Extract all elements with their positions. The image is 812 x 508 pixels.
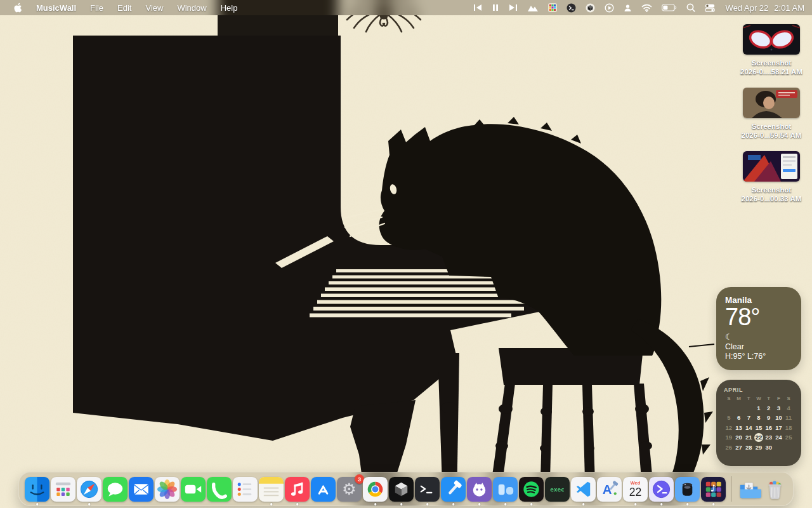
- running-indicator: [88, 503, 91, 505]
- clock-date: Wed Apr 22: [726, 3, 769, 13]
- dock-item-finder[interactable]: [25, 477, 49, 502]
- calendar-day: 12: [724, 424, 734, 432]
- spotify-icon: [519, 477, 544, 502]
- calendar-day: 26: [724, 443, 734, 452]
- homepod-app-icon: [675, 477, 700, 502]
- weather-widget[interactable]: Manila 78° ☾ Clear H:95° L:76°: [716, 287, 801, 370]
- skip-forward-icon[interactable]: [506, 0, 520, 15]
- running-indicator: [36, 503, 39, 505]
- file-thumbnail: [743, 24, 800, 55]
- calendar-day: 3: [774, 404, 784, 413]
- mail-icon: [129, 477, 154, 502]
- wifi-icon[interactable]: [639, 0, 655, 15]
- chrome-icon: [363, 477, 388, 502]
- running-indicator: [426, 503, 429, 505]
- dock-item-spotify[interactable]: [519, 477, 544, 502]
- dock-item-phone[interactable]: [207, 477, 232, 502]
- finder-icon: [25, 477, 49, 502]
- dock-item-settings[interactable]: ⚙3: [337, 477, 362, 502]
- trash-icon: [763, 477, 787, 502]
- clock-time: 2:01 AM: [774, 3, 804, 13]
- svg-text:exec: exec: [550, 485, 564, 492]
- calendar-day-header: S: [783, 396, 794, 403]
- dock-item-chrome[interactable]: [363, 477, 388, 502]
- dock-item-reminders[interactable]: [233, 477, 258, 502]
- dock-item-warp-terminal[interactable]: [649, 477, 674, 502]
- skip-back-icon[interactable]: [471, 0, 485, 15]
- dock-item-photos[interactable]: [155, 477, 180, 502]
- battery-icon[interactable]: [659, 0, 679, 15]
- dock-item-devtools[interactable]: A: [597, 477, 622, 502]
- play-circle-icon[interactable]: [602, 0, 617, 15]
- calendar-day: 29: [754, 443, 764, 452]
- pause-icon[interactable]: [490, 0, 501, 15]
- dock-item-github[interactable]: [467, 477, 492, 502]
- moon-icon: ☾: [725, 333, 792, 341]
- dock-item-homepod-app[interactable]: [675, 477, 700, 502]
- dock-item-facetime[interactable]: [181, 477, 206, 502]
- desktop-files-column: Screenshot2026-0....58.21 AMScreenshot20…: [735, 24, 808, 203]
- dock-item-launchpad[interactable]: [51, 477, 75, 502]
- dock-item-trash[interactable]: [763, 477, 787, 502]
- menu-item-help[interactable]: Help: [214, 0, 245, 15]
- menu-bar-clock[interactable]: Wed Apr 22 2:01 AM: [722, 3, 804, 13]
- desktop-file-1[interactable]: Screenshot2026-0....58.21 AM: [735, 24, 808, 76]
- appstore-icon: [311, 477, 336, 502]
- spotlight-search-icon[interactable]: [684, 0, 698, 15]
- dock-item-vscode[interactable]: [571, 477, 596, 502]
- calendar-day: 18: [783, 424, 794, 432]
- xcode-icon: [441, 477, 466, 502]
- file-detail: 2026-0...00.33 AM: [742, 195, 802, 204]
- apple-menu-icon[interactable]: [8, 0, 29, 15]
- dock-item-xcode[interactable]: [441, 477, 466, 502]
- menu-item-view[interactable]: View: [138, 0, 170, 15]
- dock-item-cube-app[interactable]: [389, 477, 414, 502]
- dock-item-appstore[interactable]: [311, 477, 336, 502]
- dock-item-messages[interactable]: [103, 477, 128, 502]
- dock-item-music[interactable]: [285, 477, 310, 502]
- dock-divider: [731, 476, 731, 502]
- menu-item-window[interactable]: Window: [170, 0, 213, 15]
- dock-item-blue-shapes-app[interactable]: [493, 477, 518, 502]
- musicwall-app-icon: ♪: [701, 477, 726, 502]
- dock-item-musicwall-app[interactable]: ♪: [701, 477, 726, 502]
- desktop-file-3[interactable]: Screenshot2026-0...00.33 AM: [735, 151, 808, 203]
- calendar-day: 28: [743, 443, 754, 452]
- file-detail: 2026-0....58.21 AM: [740, 68, 802, 77]
- music-icon: [285, 477, 310, 502]
- file-name: Screenshot: [740, 59, 802, 68]
- mosaic-app-icon[interactable]: [546, 0, 560, 15]
- messages-icon: [103, 477, 128, 502]
- notes-icon: [259, 477, 284, 502]
- dock-item-exec-app[interactable]: exec: [545, 477, 570, 502]
- menu-item-edit[interactable]: Edit: [110, 0, 138, 15]
- facetime-icon: [181, 477, 206, 502]
- user-icon[interactable]: [621, 0, 634, 15]
- launchpad-icon: [51, 477, 75, 502]
- dock-item-downloads[interactable]: [737, 477, 761, 502]
- active-app-name[interactable]: MusicWall: [29, 3, 83, 13]
- calendar-day: 10: [774, 413, 784, 422]
- svg-text:22: 22: [629, 485, 642, 498]
- file-name: Screenshot: [742, 123, 802, 131]
- calendar-widget[interactable]: APRIL SMTWTFS123456789101112131415161718…: [716, 380, 801, 466]
- dock-item-terminal[interactable]: [415, 477, 440, 502]
- control-center-icon[interactable]: [702, 0, 717, 15]
- dock-item-calendar-app[interactable]: Wed22: [623, 477, 648, 502]
- mountains-icon[interactable]: [525, 0, 541, 15]
- dock-item-safari[interactable]: [77, 477, 102, 502]
- desktop-file-2[interactable]: Screenshot2026-0...59.54 AM: [735, 88, 808, 140]
- menu-item-file[interactable]: File: [83, 0, 110, 15]
- dock-item-mail[interactable]: [129, 477, 154, 502]
- calendar-day: 21: [743, 433, 754, 442]
- running-indicator: [582, 503, 585, 505]
- exec-app-icon: exec: [545, 477, 570, 502]
- calendar-day-header: T: [743, 396, 754, 403]
- warp-terminal-icon: [649, 477, 674, 502]
- calendar-day: 24: [774, 433, 784, 442]
- calendar-day: [724, 404, 734, 413]
- calendar-day-header: T: [764, 396, 774, 403]
- terminal-circle-icon[interactable]: [564, 0, 579, 15]
- cube-circle-icon[interactable]: [583, 0, 598, 15]
- dock-item-notes[interactable]: [259, 477, 284, 502]
